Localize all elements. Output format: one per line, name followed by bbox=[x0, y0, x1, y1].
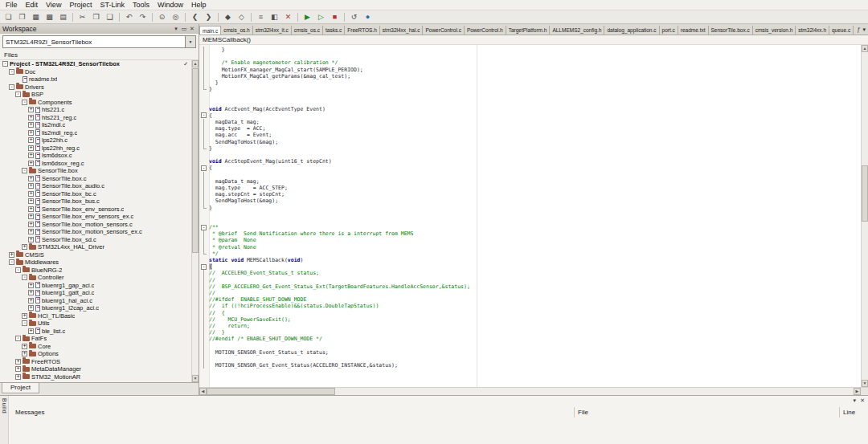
editor-vscrollbar[interactable]: ▲ ▼ bbox=[861, 45, 868, 387]
expand-toggle-icon[interactable]: - bbox=[22, 275, 27, 280]
make-icon[interactable]: ≡ bbox=[255, 11, 267, 22]
tree-item[interactable]: +lis2mdl.c bbox=[0, 121, 191, 129]
tree-item[interactable]: +Core bbox=[0, 343, 191, 351]
redo-icon[interactable]: ↷ bbox=[137, 11, 149, 22]
tree-scrollbar[interactable]: ▲ ▼ bbox=[191, 60, 199, 382]
toggle-bookmark-icon[interactable]: ◆ bbox=[222, 11, 234, 22]
editor-tab-powercontrol-h[interactable]: PowerControl.h bbox=[465, 26, 506, 35]
editor-tab-sensortile-box-c[interactable]: SensorTile.box.c bbox=[709, 26, 753, 35]
compile-icon[interactable]: ◧ bbox=[268, 11, 280, 22]
close-icon[interactable]: ✕ bbox=[188, 26, 196, 32]
editor-tab-freertos-h[interactable]: FreeRTOS.h bbox=[345, 26, 380, 35]
close-icon[interactable]: ✕ bbox=[860, 397, 865, 404]
expand-toggle-icon[interactable]: - bbox=[22, 168, 27, 173]
menu-item-window[interactable]: Window bbox=[154, 0, 187, 10]
tree-item[interactable]: +SensorTile.box_motion_sensors_ex.c bbox=[0, 228, 191, 236]
tree-item[interactable]: readme.txt bbox=[0, 75, 191, 84]
tree-item[interactable]: +lps22hh_reg.c bbox=[0, 145, 191, 153]
tree-item[interactable]: +lsm6dsox_reg.c bbox=[0, 160, 191, 168]
editor-tab-port-c[interactable]: port.c bbox=[660, 26, 678, 35]
scroll-down-icon[interactable]: ▼ bbox=[192, 375, 199, 382]
tree-item[interactable]: -Doc bbox=[0, 68, 191, 76]
expand-toggle-icon[interactable]: - bbox=[15, 92, 21, 97]
editor-tab-powercontrol-c[interactable]: PowerControl.c bbox=[423, 26, 464, 35]
debug-without-downloading-icon[interactable]: ▷ bbox=[315, 11, 327, 22]
stop-build-icon[interactable]: ✕ bbox=[282, 11, 294, 22]
editor-hscrollbar-thumb[interactable] bbox=[207, 388, 335, 395]
menu-item-project[interactable]: Project bbox=[65, 0, 96, 10]
editor-tab-queue-c[interactable]: queue.c bbox=[829, 26, 854, 35]
restore-window-icon[interactable]: ▭ bbox=[180, 26, 188, 32]
function-nav-label[interactable]: MEMSCallback() bbox=[203, 36, 251, 43]
tree-item[interactable]: -Utils bbox=[0, 320, 191, 328]
tree-item[interactable]: +lsm6dsox.c bbox=[0, 152, 191, 160]
tree-scrollbar-thumb[interactable] bbox=[192, 68, 199, 253]
fold-collapse-icon[interactable]: - bbox=[201, 165, 207, 171]
editor-tab-stm32l4xx-hal-c[interactable]: stm32l4xx_hal.c bbox=[380, 26, 424, 35]
navigate-back-icon[interactable]: ❮ bbox=[189, 11, 201, 22]
expand-toggle-icon[interactable]: - bbox=[9, 69, 14, 75]
expand-toggle-icon[interactable]: + bbox=[22, 344, 27, 349]
expand-toggle-icon[interactable]: + bbox=[28, 122, 34, 128]
tree-item[interactable]: +bluenrg1_gap_aci.c bbox=[0, 282, 191, 290]
fold-collapse-icon[interactable]: - bbox=[201, 225, 207, 230]
tree-item[interactable]: +ble_list.c bbox=[0, 328, 191, 336]
tree-item[interactable]: +lis2mdl_reg.c bbox=[0, 129, 191, 137]
expand-toggle-icon[interactable]: + bbox=[15, 366, 21, 372]
expand-toggle-icon[interactable]: + bbox=[28, 229, 34, 234]
menu-item-edit[interactable]: Edit bbox=[22, 0, 43, 10]
st-link-utility-icon[interactable]: ● bbox=[362, 11, 374, 22]
navigate-forward-icon[interactable]: ❯ bbox=[203, 11, 215, 22]
menu-item-help[interactable]: Help bbox=[187, 0, 211, 10]
tree-item[interactable]: +bluenrg1_l2cap_aci.c bbox=[0, 304, 191, 312]
tree-item[interactable]: +bluenrg1_gatt_aci.c bbox=[0, 289, 191, 297]
editor-tab-allmems2-config-h[interactable]: ALLMEMS2_config.h bbox=[550, 26, 604, 35]
open-file-icon[interactable]: ❐ bbox=[16, 11, 28, 22]
expand-toggle-icon[interactable]: - bbox=[15, 267, 21, 273]
tree-item[interactable]: +FreeRTOS bbox=[0, 358, 191, 366]
expand-toggle-icon[interactable]: + bbox=[22, 351, 27, 356]
tree-item[interactable]: +CMSIS bbox=[0, 251, 191, 259]
tree-item[interactable]: +SensorTile.box_motion_sensors.c bbox=[0, 221, 191, 229]
tree-item[interactable]: +lps22hh.c bbox=[0, 136, 191, 145]
expand-toggle-icon[interactable]: - bbox=[15, 336, 21, 341]
expand-toggle-icon[interactable]: - bbox=[22, 100, 27, 105]
save-all-icon[interactable]: ▩ bbox=[43, 11, 55, 22]
tree-item[interactable]: +SensorTile.box_env_sensors.c bbox=[0, 206, 191, 214]
expand-toggle-icon[interactable]: + bbox=[28, 130, 34, 136]
menu-item-tools[interactable]: Tools bbox=[129, 0, 154, 10]
print-icon[interactable]: ▤ bbox=[57, 11, 69, 22]
expand-toggle-icon[interactable]: - bbox=[9, 84, 14, 90]
configuration-select[interactable]: STM32L4R9ZI_SensorTilebox ▼ bbox=[2, 35, 196, 48]
tree-item[interactable]: +MetaDataManager bbox=[0, 365, 191, 373]
download-and-debug-icon[interactable]: ▶ bbox=[301, 11, 313, 22]
expand-toggle-icon[interactable]: - bbox=[22, 320, 27, 326]
scroll-up-icon[interactable]: ▲ bbox=[862, 45, 868, 52]
tree-item[interactable]: +STM32_MotionAR bbox=[0, 373, 191, 381]
editor-tab-cmsis-os-h[interactable]: cmsis_os.h bbox=[221, 26, 253, 35]
tree-item[interactable]: -Drivers bbox=[0, 84, 191, 92]
fold-collapse-icon[interactable]: - bbox=[201, 112, 207, 118]
expand-toggle-icon[interactable]: + bbox=[22, 244, 27, 250]
tree-item[interactable]: +SensorTile.box_env_sensors_ex.c bbox=[0, 213, 191, 221]
expand-toggle-icon[interactable]: + bbox=[22, 313, 27, 319]
undo-icon[interactable]: ↶ bbox=[123, 11, 135, 22]
tree-item[interactable]: +SensorTile.box_audio.c bbox=[0, 182, 191, 190]
paste-icon[interactable]: ❑ bbox=[104, 11, 116, 22]
expand-toggle-icon[interactable]: + bbox=[28, 328, 34, 334]
tree-item[interactable]: +STM32L4xx_HAL_Driver bbox=[0, 243, 191, 251]
editor-hscrollbar[interactable]: ◀ ▶ bbox=[199, 387, 868, 395]
tree-item[interactable]: +Options bbox=[0, 350, 191, 358]
expand-toggle-icon[interactable]: + bbox=[28, 198, 34, 204]
scroll-down-icon[interactable]: ▼ bbox=[862, 380, 868, 387]
expand-toggle-icon[interactable]: - bbox=[9, 259, 14, 265]
cut-icon[interactable]: ✂ bbox=[76, 11, 88, 22]
tree-item[interactable]: -Controller bbox=[0, 274, 191, 282]
expand-toggle-icon[interactable]: + bbox=[28, 222, 34, 227]
editor-vscrollbar-thumb[interactable] bbox=[862, 165, 868, 222]
tree-item[interactable]: -FatFs bbox=[0, 335, 191, 343]
expand-toggle-icon[interactable]: + bbox=[28, 137, 34, 143]
editor-tab-readme-txt[interactable]: readme.txt bbox=[678, 26, 709, 35]
tree-item[interactable]: +SensorTile.box_bus.c bbox=[0, 198, 191, 206]
expand-toggle-icon[interactable]: + bbox=[28, 290, 34, 295]
